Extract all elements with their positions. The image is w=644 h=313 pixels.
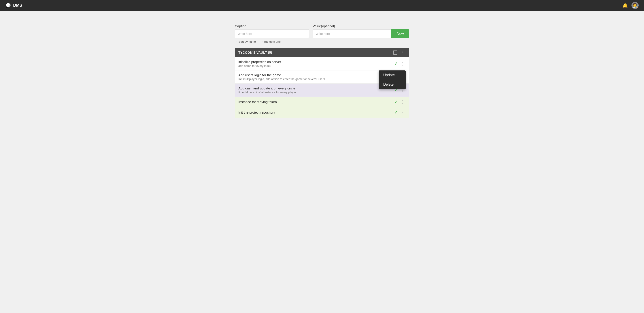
list-item: Instance for moving token ✓ ⋮	[235, 97, 409, 107]
value-group: Value(optional) New	[312, 24, 409, 38]
list-item-content: Add cash and update it on every circle I…	[238, 86, 394, 94]
item-subtitle: Init multiplayer logic, add option to en…	[238, 77, 400, 81]
update-menu-item[interactable]: Update	[379, 70, 406, 80]
caption-label: Caption	[235, 24, 309, 28]
check-icon: ✓	[394, 100, 398, 104]
list-item-content: Init the project repository	[238, 110, 394, 115]
top-nav-right: 🔔 🧑‍🎨	[622, 2, 639, 9]
avatar-image: 🧑‍🎨	[632, 3, 638, 8]
list-item: Add users logic for the game Init multip…	[235, 70, 409, 84]
caption-group: Caption	[235, 24, 309, 38]
input-form-row: Caption Value(optional) New	[235, 24, 409, 38]
item-title: Instance for moving token	[238, 100, 394, 104]
app-icon: 💬	[5, 3, 11, 8]
list-group: TYCOON'S VAULT (5) ⋮ initialize properti…	[235, 48, 409, 118]
avatar[interactable]: 🧑‍🎨	[632, 2, 639, 9]
notification-bell-icon[interactable]: 🔔	[622, 3, 628, 8]
random-one-link[interactable]: → Random one	[260, 40, 281, 43]
list-item-content: Instance for moving token	[238, 100, 394, 104]
content-container: Caption Value(optional) New → Sort by na…	[235, 24, 409, 118]
list-item: initialize properties on server add name…	[235, 57, 409, 70]
item-more-button[interactable]: ⋮	[400, 100, 406, 104]
item-title: Init the project repository	[238, 110, 394, 114]
item-title: Add users logic for the game	[238, 73, 400, 77]
sort-row: → Sort by name → Random one	[235, 40, 409, 43]
value-input[interactable]	[312, 29, 391, 38]
list-title: TYCOON'S VAULT (5)	[238, 51, 272, 54]
item-more-button[interactable]: ⋮	[400, 62, 406, 66]
check-icon: ✓	[394, 61, 398, 66]
sort-by-name-link[interactable]: → Sort by name	[235, 40, 256, 43]
check-icon: ✓	[394, 110, 398, 115]
item-subtitle: It could be 'coins' at instance for ever…	[238, 90, 394, 94]
item-actions: ✓ ⋮	[394, 100, 406, 104]
item-title: Add cash and update it on every circle	[238, 86, 394, 90]
item-subtitle: add name for every index	[238, 64, 394, 68]
delete-menu-item[interactable]: Delete	[379, 80, 406, 89]
list-item: Init the project repository ✓ ⋮	[235, 107, 409, 118]
list-header-more-button[interactable]: ⋮	[400, 50, 406, 54]
list-header: TYCOON'S VAULT (5) ⋮	[235, 48, 409, 57]
main-content: Caption Value(optional) New → Sort by na…	[0, 11, 644, 118]
list-item-content: Add users logic for the game Init multip…	[238, 73, 400, 81]
list-header-actions: ⋮	[393, 50, 406, 54]
item-title: initialize properties on server	[238, 60, 394, 64]
item-more-button[interactable]: ⋮	[400, 110, 406, 114]
context-menu: Update Delete	[379, 70, 406, 89]
caption-input[interactable]	[235, 29, 309, 38]
app-title: DMS	[13, 3, 22, 8]
top-navigation: 💬 DMS 🔔 🧑‍🎨	[0, 0, 644, 11]
select-all-checkbox[interactable]	[393, 50, 397, 54]
value-label: Value(optional)	[312, 24, 409, 28]
value-input-row: New	[312, 29, 409, 38]
list-item-content: initialize properties on server add name…	[238, 60, 394, 68]
item-actions: ✓ ⋮	[394, 110, 406, 115]
new-button[interactable]: New	[391, 29, 409, 38]
item-actions: ✓ ⋮	[394, 61, 406, 66]
app-brand: 💬 DMS	[5, 3, 22, 8]
